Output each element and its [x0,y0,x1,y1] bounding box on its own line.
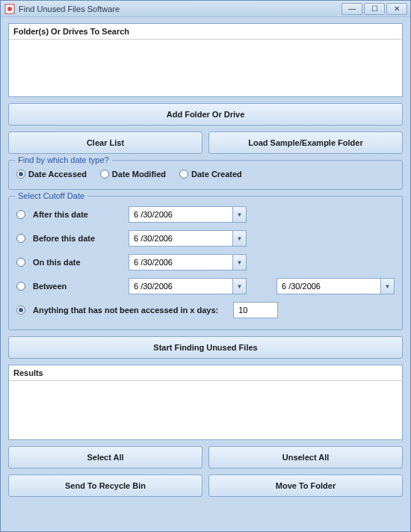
between-start-input[interactable]: 6 /30/2006 ▼ [129,278,247,294]
maximize-button[interactable]: ☐ [364,3,385,15]
date-created-radio[interactable] [179,170,188,179]
minimize-button[interactable]: — [342,3,362,15]
chevron-down-icon[interactable]: ▼ [232,255,246,270]
clear-list-label: Clear List [87,138,124,147]
window-title: Find Unused Files Software [19,4,342,13]
date-created-label[interactable]: Date Created [191,170,242,179]
on-label[interactable]: On this date [33,258,121,267]
folders-list[interactable] [9,40,402,96]
on-date-value: 6 /30/2006 [129,258,232,267]
days-input[interactable] [233,302,278,318]
after-date-input[interactable]: 6 /30/2006 ▼ [129,206,247,223]
cutoff-fieldset: Select Cutoff Date After this date 6 /30… [8,196,403,330]
results-header: Results [9,365,402,381]
on-date-input[interactable]: 6 /30/2006 ▼ [129,254,247,270]
date-accessed-label[interactable]: Date Accessed [28,170,87,179]
add-folder-button[interactable]: Add Folder Or Drive [8,103,403,126]
before-date-input[interactable]: 6 /30/2006 ▼ [129,230,247,247]
move-folder-label: Move To Folder [276,481,336,490]
load-sample-button[interactable]: Load Sample/Example Folder [208,132,403,154]
between-label[interactable]: Between [33,282,121,291]
close-button[interactable]: ✕ [386,3,407,15]
send-recycle-label: Send To Recycle Bin [65,481,146,490]
select-all-button[interactable]: Select All [8,446,203,468]
before-label[interactable]: Before this date [33,234,121,243]
chevron-down-icon[interactable]: ▼ [232,231,246,246]
start-finding-button[interactable]: Start Finding Unused Files [8,336,403,359]
results-list[interactable] [9,381,402,439]
after-label[interactable]: After this date [33,210,121,219]
between-start-value: 6 /30/2006 [129,282,232,291]
folders-panel: Folder(s) Or Drives To Search [8,23,403,97]
before-date-value: 6 /30/2006 [129,234,232,243]
date-type-fieldset: Find by which date type? Date Accessed D… [8,160,403,190]
unselect-all-label: Unselect All [282,453,330,462]
app-icon [4,3,16,15]
after-date-value: 6 /30/2006 [129,210,232,219]
svg-point-1 [7,7,12,11]
after-radio[interactable] [16,210,25,219]
window-controls: — ☐ ✕ [342,3,407,15]
on-radio[interactable] [16,258,25,267]
between-end-input[interactable]: 6 /30/2006 ▼ [276,278,395,294]
content: Folder(s) Or Drives To Search Add Folder… [1,17,410,503]
move-folder-button[interactable]: Move To Folder [208,474,403,497]
between-radio[interactable] [16,282,25,291]
chevron-down-icon[interactable]: ▼ [232,207,246,222]
titlebar[interactable]: Find Unused Files Software — ☐ ✕ [1,1,410,17]
anything-radio[interactable] [16,306,25,315]
chevron-down-icon[interactable]: ▼ [232,279,246,294]
cutoff-legend: Select Cutoff Date [15,191,87,200]
before-radio[interactable] [16,234,25,243]
results-panel: Results [8,365,403,440]
date-accessed-radio[interactable] [16,170,25,179]
date-modified-radio[interactable] [100,170,109,179]
folders-header: Folder(s) Or Drives To Search [9,24,402,40]
date-modified-label[interactable]: Date Modified [112,170,166,179]
send-recycle-button[interactable]: Send To Recycle Bin [8,474,203,497]
chevron-down-icon[interactable]: ▼ [380,279,394,294]
between-end-value: 6 /30/2006 [277,282,380,291]
start-finding-label: Start Finding Unused Files [153,343,257,352]
clear-list-button[interactable]: Clear List [8,132,203,154]
date-type-legend: Find by which date type? [15,155,112,164]
add-folder-label: Add Folder Or Drive [167,110,245,119]
window: Find Unused Files Software — ☐ ✕ Folder(… [0,0,411,532]
anything-label[interactable]: Anything that has not been accessed in x… [33,306,218,315]
select-all-label: Select All [87,453,123,462]
unselect-all-button[interactable]: Unselect All [208,446,403,468]
load-sample-label: Load Sample/Example Folder [248,138,362,147]
